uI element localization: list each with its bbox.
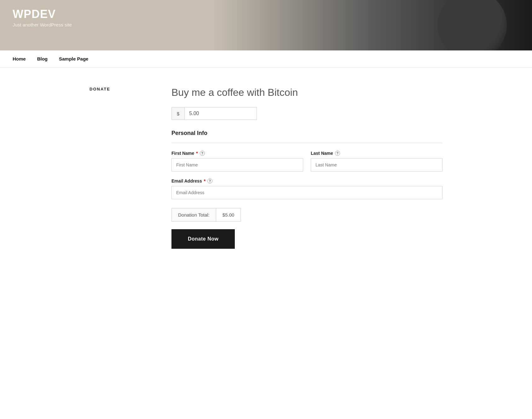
email-group: Email Address * ? [171, 178, 442, 199]
nav-link-sample-page[interactable]: Sample Page [59, 56, 88, 61]
donate-heading: Buy me a coffee with Bitcoin [171, 87, 442, 98]
amount-row: $ [171, 107, 247, 120]
email-input[interactable] [171, 186, 442, 199]
site-navigation: Home Blog Sample Page [0, 50, 532, 68]
sidebar-title: DONATE [90, 87, 153, 91]
email-required: * [204, 178, 205, 183]
header-decorative-bowl [437, 0, 507, 50]
total-label: Donation Total: [171, 208, 216, 222]
site-title: WPDEV [13, 8, 72, 21]
section-divider [171, 143, 442, 143]
first-name-label-text: First Name [171, 151, 194, 156]
sidebar: DONATE [90, 87, 153, 249]
first-name-group: First Name * ? [171, 151, 303, 172]
donate-button-label: Donate Now [188, 236, 218, 242]
first-name-label: First Name * ? [171, 151, 303, 156]
nav-link-home[interactable]: Home [13, 56, 26, 61]
last-name-label: Last Name ? [311, 151, 442, 156]
donate-section: Buy me a coffee with Bitcoin $ Personal … [171, 87, 442, 249]
site-header: WPDEV Just another WordPress site [0, 0, 532, 50]
donation-total-row: Donation Total: $5.00 [171, 208, 442, 222]
total-amount: $5.00 [216, 208, 241, 222]
email-label: Email Address * ? [171, 178, 442, 183]
last-name-label-text: Last Name [311, 151, 333, 156]
name-row: First Name * ? Last Name ? [171, 151, 442, 172]
nav-link-blog[interactable]: Blog [37, 56, 48, 61]
main-content: DONATE Buy me a coffee with Bitcoin $ Pe… [77, 87, 455, 249]
currency-symbol: $ [171, 107, 184, 120]
email-label-text: Email Address [171, 178, 202, 183]
nav-item-blog[interactable]: Blog [37, 56, 48, 62]
last-name-input[interactable] [311, 158, 442, 172]
first-name-help-icon[interactable]: ? [200, 151, 205, 156]
email-help-icon[interactable]: ? [207, 178, 212, 183]
personal-info-heading: Personal Info [171, 130, 442, 137]
last-name-group: Last Name ? [311, 151, 442, 172]
first-name-input[interactable] [171, 158, 303, 172]
last-name-help-icon[interactable]: ? [335, 151, 340, 156]
header-text: WPDEV Just another WordPress site [13, 8, 72, 27]
site-tagline: Just another WordPress site [13, 22, 72, 27]
amount-input[interactable] [184, 107, 257, 120]
nav-item-home[interactable]: Home [13, 56, 26, 62]
donate-now-button[interactable]: Donate Now [171, 229, 235, 249]
nav-item-sample-page[interactable]: Sample Page [59, 56, 88, 62]
first-name-required: * [196, 151, 198, 156]
